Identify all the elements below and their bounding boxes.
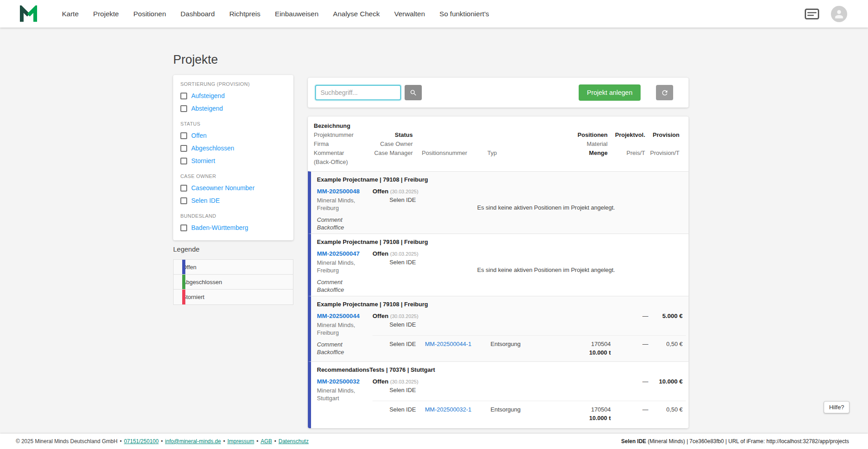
filter-option-offen[interactable]: Offen (180, 129, 286, 142)
filter-option-abgeschlossen[interactable]: Abgeschlossen (180, 142, 286, 154)
legend-list: Offen Abgeschlossen Storniert (173, 259, 293, 305)
filter-option-aufsteigend[interactable]: Aufsteigend (180, 89, 286, 102)
position-case-manager: Selen IDE (373, 405, 416, 422)
project-row: Example Projectname | 79108 | Freiburg M… (308, 296, 689, 361)
legend-item-storniert: Storniert (174, 290, 293, 304)
checkbox-storniert[interactable] (180, 158, 187, 164)
footer-datenschutz-link[interactable]: Datenschutz (278, 438, 309, 444)
position-case-manager: Selen IDE (373, 340, 416, 357)
checkbox-abgeschlossen[interactable] (180, 145, 187, 152)
position-number-link[interactable]: MM-202500044-1 (425, 340, 491, 357)
project-title: Example Projectname | 79108 | Freiburg (317, 238, 689, 247)
nav-item-dashboard[interactable]: Dashboard (180, 10, 215, 18)
projects-table: Bezeichnung Projektnummer Firma Kommenta… (308, 117, 689, 428)
project-row: Example Projectname | 79108 | Freiburg M… (308, 171, 689, 234)
page-title: Projekte (173, 53, 218, 67)
checkbox-offen[interactable] (180, 132, 187, 139)
col-header-positionen: Positionen Material Menge (553, 122, 608, 167)
project-number-link[interactable]: MM-202500044 (317, 312, 376, 321)
project-status-cell: Offen (30.03.2025) Selen IDE (373, 187, 416, 204)
filter-option-baden-wuerttemberg[interactable]: Baden-Württemberg (180, 221, 286, 234)
no-positions-message: Es sind keine aktiven Positionen im Proj… (469, 267, 623, 273)
no-positions-message: Es sind keine aktiven Positionen im Proj… (469, 204, 623, 211)
project-projektvol: — (611, 312, 648, 329)
project-projektvol: — (611, 377, 648, 394)
footer-agb-link[interactable]: AGB (260, 438, 272, 444)
project-number-link[interactable]: MM-202500048 (317, 187, 376, 196)
col-header-provision: Provision Provision/T (645, 122, 679, 167)
position-material-menge: 170504 10.000 t (556, 340, 611, 357)
footer-impressum-link[interactable]: Impressum (227, 438, 254, 444)
nav-item-einbauweisen[interactable]: Einbauweisen (275, 10, 319, 18)
create-project-button[interactable]: Projekt anlegen (579, 84, 641, 101)
position-number-link[interactable]: MM-202500032-1 (425, 405, 491, 422)
filter-option-caseowner-nonumber[interactable]: Caseowner Nonumber (180, 182, 286, 194)
filter-section-label-status: STATUS (180, 121, 286, 126)
project-comment: Comment (317, 278, 376, 286)
project-backoffice-comment: Backoffice (317, 348, 376, 356)
project-status-cell: Offen (30.03.2025) Selen IDE (373, 377, 416, 394)
nav-item-projekte[interactable]: Projekte (93, 10, 119, 18)
project-title: Example Projectname | 79108 | Freiburg (317, 175, 689, 184)
refresh-icon (661, 89, 669, 97)
project-title: RecommendationsTests | 70376 | Stuttgart (317, 365, 689, 374)
position-typ: Entsorgung (491, 405, 556, 422)
person-icon (833, 8, 845, 20)
refresh-button[interactable] (656, 85, 673, 100)
footer-copyright: © 2025 Mineral Minds Deutschland GmbH (16, 438, 118, 444)
col-header-status: Status Case Owner Case Manager (369, 122, 413, 167)
project-provision: 5.000 € (648, 312, 683, 329)
col-header-bezeichnung: Bezeichnung Projektnummer Firma Kommenta… (314, 122, 369, 167)
position-material-menge: 170504 10.000 t (556, 405, 611, 422)
checkbox-selen-ide[interactable] (180, 197, 187, 204)
nav-item-positionen[interactable]: Positionen (133, 10, 166, 18)
filter-section-label-bundesland: BUNDESLAND (180, 213, 286, 219)
checkbox-absteigend[interactable] (180, 105, 187, 112)
nav-item-verwalten[interactable]: Verwalten (394, 10, 425, 18)
project-comment: Comment (317, 216, 376, 224)
nav-item-karte[interactable]: Karte (62, 10, 79, 18)
help-button[interactable]: Hilfe? (824, 401, 849, 413)
project-row: RecommendationsTests | 70376 | Stuttgart… (308, 361, 689, 428)
mineral-minds-logo-icon (19, 5, 38, 23)
position-provision: 0,50 € (648, 340, 683, 357)
legend-title: Legende (173, 245, 199, 253)
user-avatar[interactable] (831, 6, 847, 22)
position-provision: 0,50 € (648, 405, 683, 422)
project-number-link[interactable]: MM-202500047 (317, 249, 376, 258)
filter-panel: SORTIERUNG (PROVISION) Aufsteigend Abste… (173, 75, 293, 240)
footer-session-info: Selen IDE (Mineral Minds) | 7ce360e83fb0… (621, 438, 849, 444)
filter-option-absteigend[interactable]: Absteigend (180, 102, 286, 115)
position-row: Selen IDE MM-202500044-1 Entsorgung 1705… (373, 335, 686, 357)
filter-option-storniert[interactable]: Storniert (180, 154, 286, 167)
footer: © 2025 Mineral Minds Deutschland GmbH • … (0, 434, 868, 449)
project-number-link[interactable]: MM-202500032 (317, 377, 376, 386)
nav-item-so-funktionierts[interactable]: So funktioniert's (439, 10, 489, 18)
legend-item-offen: Offen (174, 260, 293, 275)
checkbox-caseowner-nonumber[interactable] (180, 185, 187, 192)
search-button[interactable] (405, 85, 422, 100)
legend-color-storniert (182, 290, 185, 304)
footer-email-link[interactable]: info@mineral-minds.de (165, 438, 221, 444)
checkbox-aufsteigend[interactable] (180, 93, 187, 99)
project-backoffice-comment: Backoffice (317, 286, 376, 294)
position-typ: Entsorgung (491, 340, 556, 357)
filter-option-selen-ide[interactable]: Selen IDE (180, 194, 286, 207)
col-header-typ: Typ (487, 122, 553, 167)
legend-item-abgeschlossen: Abgeschlossen (174, 275, 293, 290)
project-company: Mineral Minds, Freiburg (317, 196, 376, 212)
search-input[interactable] (315, 85, 401, 100)
project-company: Mineral Minds, Freiburg (317, 321, 376, 337)
project-comment: Comment (317, 341, 376, 348)
checkbox-baden-wuerttemberg[interactable] (180, 224, 187, 231)
app-logo[interactable] (19, 5, 38, 23)
nav-item-analyse-check[interactable]: Analyse Check (333, 10, 380, 18)
position-row: Selen IDE MM-202500032-1 Entsorgung 1705… (373, 401, 686, 422)
project-title: Example Projectname | 79108 | Freiburg (317, 300, 689, 309)
project-status-cell: Offen (30.03.2025) Selen IDE (373, 312, 416, 329)
device-reader-icon[interactable] (805, 9, 819, 19)
footer-phone-link[interactable]: 07151/250100 (124, 438, 159, 444)
nav-item-richtpreis[interactable]: Richtpreis (229, 10, 260, 18)
filter-section-label-sortierung: SORTIERUNG (PROVISION) (180, 81, 286, 87)
project-company: Mineral Minds, Freiburg (317, 259, 376, 274)
